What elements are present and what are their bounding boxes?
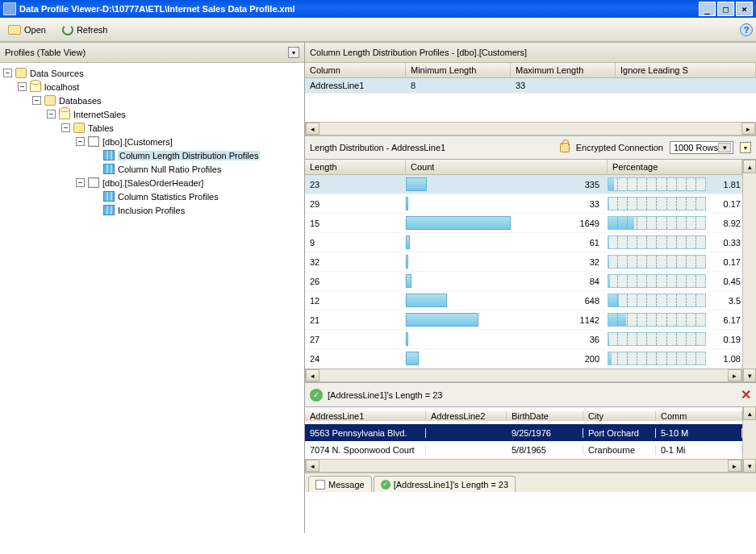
distribution-row[interactable]: 29330.17: [305, 194, 742, 214]
scroll-right-icon[interactable]: ▸: [741, 123, 755, 135]
collapse-icon[interactable]: −: [47, 110, 56, 119]
drilldown-header: ✓ [AddressLine1]'s Length = 23 ✕: [305, 382, 756, 406]
cell-addressline1: 9563 Pennsylvania Blvd.: [305, 428, 426, 438]
col-header-max[interactable]: Maximum Length: [511, 63, 616, 77]
close-drilldown-button[interactable]: ✕: [741, 387, 751, 402]
cell-percentage: 1.08: [708, 354, 742, 364]
scroll-up-icon[interactable]: ▴: [743, 406, 756, 420]
distribution-header: Length Distribution - AddressLine1 Encry…: [305, 135, 756, 160]
tree-node-salesorderheader[interactable]: −[dbo].[SalesOrderHeader]: [3, 176, 301, 190]
distribution-row[interactable]: 27360.19: [305, 330, 742, 349]
vertical-scrollbar[interactable]: ▴ ▾: [742, 160, 756, 382]
tree-node-data-sources[interactable]: −Data Sources: [3, 66, 301, 80]
node-label: Data Sources: [30, 69, 84, 78]
distribution-row[interactable]: 32320.17: [305, 252, 742, 272]
distribution-row[interactable]: 126483.5: [305, 291, 742, 310]
horizontal-scrollbar[interactable]: ◂ ▸: [305, 459, 742, 473]
check-icon: ✓: [310, 389, 323, 402]
distribution-row[interactable]: 9610.33: [305, 233, 742, 252]
refresh-button[interactable]: Refresh: [57, 23, 113, 37]
col-header-min[interactable]: Minimum Length: [406, 63, 511, 77]
detail-title: Column Length Distribution Profiles - [d…: [310, 48, 527, 57]
tree-node-col-null-ratio[interactable]: Column Null Ratio Profiles: [3, 162, 301, 176]
detail-row[interactable]: 9563 Pennsylvania Blvd.9/25/1976Port Orc…: [305, 424, 742, 441]
col-header-addressline1[interactable]: AddressLine1: [305, 411, 426, 421]
cell-min: 8: [406, 78, 511, 93]
scroll-left-icon[interactable]: ◂: [306, 460, 320, 472]
tree-node-customers[interactable]: −[dbo].[Customers]: [3, 135, 301, 148]
detail-grid[interactable]: AddressLine1 AddressLine2 BirthDate City…: [305, 406, 742, 473]
scroll-right-icon[interactable]: ▸: [728, 369, 741, 381]
cell-percentage: 0.17: [708, 257, 742, 267]
collapse-icon[interactable]: −: [76, 178, 85, 187]
col-header-count[interactable]: Count: [406, 160, 608, 174]
minimize-button[interactable]: _: [699, 2, 716, 16]
cell-addressline1: 7074 N. Spoonwood Court: [305, 445, 426, 455]
rows-dropdown[interactable]: 1000 Rows: [670, 141, 733, 154]
horizontal-scrollbar[interactable]: ◂ ▸: [305, 369, 742, 382]
node-label: Inclusion Profiles: [118, 206, 185, 215]
open-button[interactable]: Open: [3, 23, 51, 36]
grid-row[interactable]: AddressLine1 8 33: [305, 78, 756, 94]
profiles-header: Profiles (Table View) ▾: [0, 42, 304, 63]
scroll-right-icon[interactable]: ▸: [728, 460, 741, 472]
cell-count: 36: [567, 335, 608, 344]
tree-node-col-length-dist[interactable]: Column Length Distribution Profiles: [3, 148, 301, 162]
scroll-left-icon[interactable]: ◂: [306, 369, 320, 381]
maximize-button[interactable]: □: [717, 2, 734, 16]
tree-node-tables[interactable]: −Tables: [3, 121, 301, 135]
col-header-ignore[interactable]: Ignore Leading S: [616, 63, 756, 77]
encryption-label: Encrypted Connection: [576, 143, 663, 152]
node-label: [dbo].[SalesOrderHeader]: [102, 178, 203, 188]
col-header-commute[interactable]: Comm: [656, 411, 742, 421]
collapse-icon[interactable]: −: [61, 123, 70, 132]
tab-results[interactable]: ✓ [AddressLine1]'s Length = 23: [374, 476, 516, 492]
cell-percentage: 3.5: [708, 296, 742, 306]
distribution-grid[interactable]: Length Count Percentage 233351.8129330.1…: [305, 160, 742, 382]
tree-node-localhost[interactable]: −localhost: [3, 80, 301, 94]
distribution-row[interactable]: 26840.45: [305, 272, 742, 291]
tab-message[interactable]: Message: [308, 476, 372, 492]
cell-length: 12: [305, 296, 406, 306]
collapse-icon[interactable]: −: [3, 69, 12, 77]
distribution-row[interactable]: 242001.08: [305, 349, 742, 369]
distribution-row[interactable]: 2111426.17: [305, 310, 742, 330]
collapse-icon[interactable]: −: [32, 96, 41, 105]
scroll-down-icon[interactable]: ▾: [743, 369, 756, 382]
drill-button[interactable]: ▾: [740, 142, 751, 153]
tree-node-inclusion[interactable]: Inclusion Profiles: [3, 203, 301, 217]
collapse-icon[interactable]: −: [18, 82, 27, 91]
tree-node-internetsales[interactable]: −InternetSales: [3, 107, 301, 121]
cell-pct-bar: [608, 274, 708, 288]
tab-label: [AddressLine1]'s Length = 23: [394, 480, 508, 489]
tab-label: Message: [328, 480, 365, 489]
scroll-left-icon[interactable]: ◂: [306, 123, 320, 135]
collapse-icon[interactable]: −: [76, 137, 85, 146]
scroll-up-icon[interactable]: ▴: [743, 160, 756, 173]
view-dropdown-button[interactable]: ▾: [288, 47, 299, 58]
distribution-row[interactable]: 1516498.92: [305, 214, 742, 233]
cell-count-bar: [406, 294, 567, 307]
vertical-scrollbar[interactable]: ▴ ▾: [742, 406, 756, 473]
scroll-down-icon[interactable]: ▾: [743, 459, 756, 473]
col-header-length[interactable]: Length: [305, 160, 406, 174]
tree-view[interactable]: −Data Sources −localhost −Databases −Int…: [0, 63, 304, 533]
cell-count-bar: [406, 197, 567, 210]
tree-node-col-statistics[interactable]: Column Statistics Profiles: [3, 190, 301, 203]
detail-row[interactable]: 7074 N. Spoonwood Court5/8/1965Cranbourn…: [305, 441, 742, 458]
col-header-percentage[interactable]: Percentage: [608, 160, 742, 174]
col-header-city[interactable]: City: [583, 411, 656, 421]
col-header-addressline2[interactable]: AddressLine2: [426, 411, 507, 421]
refresh-icon: [62, 24, 73, 35]
node-label: Databases: [59, 96, 102, 106]
column-summary-grid[interactable]: Column Minimum Length Maximum Length Ign…: [305, 63, 756, 135]
cell-length: 9: [305, 238, 406, 248]
horizontal-scrollbar[interactable]: ◂ ▸: [305, 122, 756, 135]
tree-node-databases[interactable]: −Databases: [3, 94, 301, 107]
col-header-birthdate[interactable]: BirthDate: [507, 411, 583, 421]
cell-count: 335: [567, 180, 608, 190]
close-button[interactable]: ×: [736, 2, 753, 16]
distribution-row[interactable]: 233351.81: [305, 175, 742, 194]
col-header-column[interactable]: Column: [305, 63, 406, 77]
help-button[interactable]: ?: [740, 23, 753, 36]
